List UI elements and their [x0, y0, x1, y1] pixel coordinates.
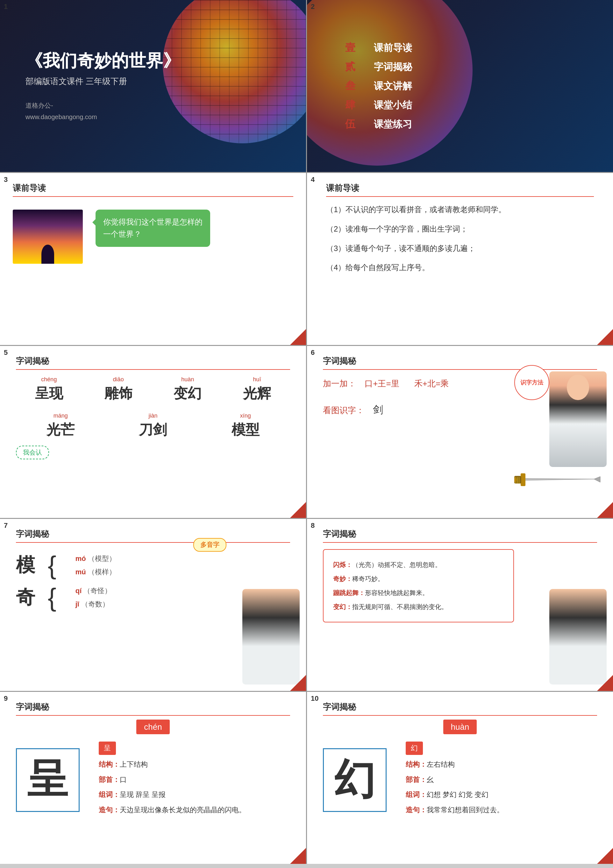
corner-decoration-5: [290, 502, 306, 518]
sentence-9: 造句：天边呈现出像条长龙似的亮晶晶的闪电。: [99, 804, 290, 817]
method-badge: 识字方法: [514, 365, 549, 400]
slide-10-number: 10: [311, 694, 319, 703]
poly-example: （奇数）: [81, 600, 109, 608]
slides-grid: 1 《我们奇妙的世界》 部编版语文课件 三年级下册 道格办公- www.daog…: [0, 0, 613, 864]
slide-9-title: 字词揭秘: [16, 701, 290, 716]
vocab-item: huàn 变幻: [155, 376, 221, 403]
vocab-item: chéng 呈现: [16, 376, 82, 403]
menu-item: 壹 课前导读: [345, 41, 575, 55]
def-term: 变幻：: [333, 603, 352, 610]
radical-10: 部首：幺: [406, 773, 597, 786]
slide-1-number: 1: [4, 3, 8, 11]
big-char-10: 幻: [323, 748, 387, 812]
sunset-image: [13, 209, 83, 264]
slide-4-title: 课前导读: [326, 183, 594, 197]
vocab-char: 刀剑: [108, 420, 197, 439]
slide-10: 10 字词揭秘 huàn 幻 幻 结构：左右结构 部首：幺 组词：幻想 梦幻 幻…: [307, 692, 613, 864]
vocab-item: diāo 雕饰: [85, 376, 152, 403]
we-can-read-tag: 我会认: [16, 446, 49, 459]
poly-readings: mó （模型）mú （模样）: [76, 554, 116, 577]
word-def-row-item: 奇妙：稀奇巧妙。: [333, 574, 504, 584]
poly-reading-item: jī （奇数）: [76, 600, 112, 609]
poly-pinyin: jī: [76, 600, 79, 608]
svg-marker-0: [524, 479, 594, 480]
word-def-row-item: 闪烁：（光亮）动摇不定、忽明忽暗。: [333, 560, 504, 570]
slide-6: 6 字词揭秘 识字方法 加一加： 口+王=里 禾+北=乘 看图识字： 剑: [307, 346, 613, 518]
def-text: 稀奇巧妙。: [352, 575, 384, 582]
poly-reading-item: qí （奇怪）: [76, 586, 112, 596]
brace-icon: {: [48, 553, 56, 578]
slide-2-number: 2: [311, 3, 314, 11]
slide-5-number: 5: [4, 349, 8, 357]
def-term: 闪烁：: [333, 561, 352, 568]
slide-4: 4 课前导读 （1）不认识的字可以看拼音，或者请教老师和同学。（2）读准每一个字…: [307, 173, 613, 345]
vocab-pinyin: huī: [224, 376, 290, 383]
char-info-9: 呈 结构：上下结构 部首：口 组词：呈现 辞呈 呈报 造句：天边呈现出像条长龙似…: [99, 742, 290, 818]
poly-char: 模: [16, 552, 42, 578]
slide-6-title: 字词揭秘: [323, 355, 597, 370]
slide-9: 9 字词揭秘 chén 呈 呈 结构：上下结构 部首：口 组词：呈现 辞呈 呈报: [0, 692, 306, 864]
def-term: 奇妙：: [333, 575, 352, 582]
menu-item: 伍 课堂练习: [345, 117, 575, 131]
poly-char: 奇: [16, 584, 42, 610]
menu-label: 课文讲解: [374, 80, 412, 93]
menu-item: 叁 课文讲解: [345, 79, 575, 93]
corner-decoration-6: [597, 502, 613, 518]
corner-decoration-8: [597, 675, 613, 691]
char-badge-10: 幻: [406, 742, 423, 755]
radical-9: 部首：口: [99, 773, 290, 786]
def-term: 蹦跳起舞：: [333, 589, 365, 596]
girl-image-8: [549, 589, 607, 685]
poly-pinyin: qí: [76, 587, 82, 595]
corner-decoration-4: [597, 329, 613, 345]
vocab-char: 光辉: [224, 384, 290, 403]
slide-10-title: 字词揭秘: [323, 701, 597, 716]
menu-num: 叁: [345, 79, 364, 93]
menu-num: 肆: [345, 98, 364, 112]
slide-3-title: 课前导读: [13, 183, 293, 197]
poly-pinyin: mó: [76, 555, 86, 563]
poly-pinyin: mú: [76, 568, 86, 576]
poly-reading-item: mú （模样）: [76, 567, 116, 577]
reading-rule-item: （1）不认识的字可以看拼音，或者请教老师和同学。: [326, 203, 594, 216]
vocab-char: 模型: [201, 420, 290, 439]
vocab-list: chéng 呈现 diāo 雕饰 huàn 变幻 huī 光辉 máng 光芒 …: [16, 376, 290, 439]
menu-item: 肆 课堂小结: [345, 98, 575, 112]
vocab-pinyin: xíng: [201, 412, 290, 419]
polyphonic-char-row: 模{mó （模型）mú （模样）: [16, 552, 290, 578]
slide-9-number: 9: [4, 694, 8, 703]
speech-bubble: 你觉得我们这个世界是怎样的一个世界？: [96, 209, 210, 247]
menu-label: 课堂小结: [374, 99, 412, 112]
brace-icon: {: [48, 585, 56, 610]
vocab-item: xíng 模型: [201, 412, 290, 439]
menu-list: 壹 课前导读 贰 字词揭秘 叁 课文讲解 肆 课堂小结 伍 课堂练习: [345, 36, 575, 136]
polyphonic-badge: 多音字: [193, 538, 226, 552]
char-badge-9: 呈: [99, 742, 116, 755]
slide-1-author: 道格办公- www.daogebangong.com: [25, 100, 280, 122]
slide-10-pinyin: huàn: [443, 719, 477, 734]
slide-7-number: 7: [4, 521, 8, 530]
slide-2: 2 壹 课前导读 贰 字词揭秘 叁 课文讲解 肆 课堂小结 伍 课堂练习: [307, 0, 613, 172]
vocab-char: 光芒: [16, 420, 105, 439]
vocab-char: 变幻: [155, 384, 221, 403]
vocab-pinyin: chéng: [16, 376, 82, 383]
word-def-row-item: 蹦跳起舞：形容轻快地跳起舞来。: [333, 587, 504, 598]
compounds-9: 组词：呈现 辞呈 呈报: [99, 788, 290, 801]
vocab-item: jiàn 刀剑: [108, 412, 197, 439]
poly-example: （模型）: [88, 555, 116, 563]
vocab-pinyin: jiàn: [108, 412, 197, 419]
girl-image-7: [242, 589, 300, 685]
slide-8-title: 字词揭秘: [323, 529, 597, 543]
menu-label: 课前导读: [374, 42, 412, 54]
char-study-10: 幻 幻 结构：左右结构 部首：幺 组词：幻想 梦幻 幻觉 变幻 造句：我常常幻想…: [323, 742, 597, 818]
slide-1-subtitle: 部编版语文课件 三年级下册: [25, 76, 280, 87]
compounds-10: 组词：幻想 梦幻 幻觉 变幻: [406, 788, 597, 801]
poly-reading-item: mó （模型）: [76, 554, 116, 564]
char-study-9: 呈 呈 结构：上下结构 部首：口 组词：呈现 辞呈 呈报 造句：天边呈现出像条长…: [16, 742, 290, 818]
girl-image-6: [549, 371, 607, 467]
word-def-row-item: 变幻：指无规则可循、不易揣测的变化。: [333, 601, 504, 612]
vocab-item: máng 光芒: [16, 412, 105, 439]
corner-decoration-10: [597, 848, 613, 864]
sword-image: [514, 467, 604, 493]
reading-rule-item: （3）读通每个句子，读不通顺的多读几遍；: [326, 242, 594, 255]
